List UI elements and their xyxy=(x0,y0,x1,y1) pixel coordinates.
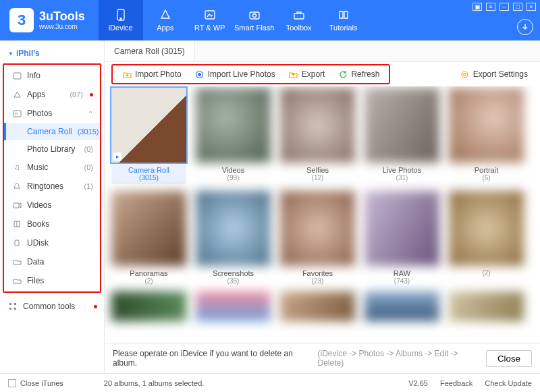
win-skin-icon[interactable]: ▣ xyxy=(473,3,482,11)
svg-rect-11 xyxy=(14,303,16,305)
sidebar-item-ringtones[interactable]: Ringtones (1) xyxy=(4,177,100,196)
sidebar-item-common-tools[interactable]: Common tools xyxy=(0,297,104,316)
tab-camera-roll[interactable]: Camera Roll (3015) xyxy=(105,40,195,61)
sidebar-highlight-box: Info Apps (87) Photos ⌃ Camera Roll (301… xyxy=(3,63,101,293)
download-button[interactable] xyxy=(517,19,533,35)
sidebar-item-photo-library[interactable]: Photo Library (0) xyxy=(4,140,100,158)
export-settings-button[interactable]: Export Settings xyxy=(455,67,533,81)
nav-rtwp[interactable]: RT & WP xyxy=(188,0,232,40)
album-item[interactable]: RAW(743) xyxy=(364,191,439,285)
close-itunes-checkbox[interactable] xyxy=(8,379,16,387)
album-thumbnail xyxy=(280,291,355,321)
svg-point-15 xyxy=(198,73,201,76)
nav-label: Apps xyxy=(157,24,173,32)
toolbox-icon xyxy=(293,9,305,21)
check-update-link[interactable]: Check Update xyxy=(485,379,532,387)
album-name: RAW xyxy=(394,269,410,277)
album-thumbnail xyxy=(449,191,524,266)
toolbar: Import Photo Import Live Photos Export R… xyxy=(105,62,540,86)
album-thumbnail xyxy=(196,191,271,266)
message-hint: (iDevice -> Photos -> Albums -> Edit -> … xyxy=(318,349,481,368)
close-message-button[interactable]: Close xyxy=(486,350,532,367)
nav-toolbox[interactable]: Toolbox xyxy=(277,0,321,40)
win-minimize-icon[interactable]: – xyxy=(500,3,509,11)
svg-point-4 xyxy=(252,14,256,18)
svg-rect-6 xyxy=(14,73,21,79)
album-item[interactable]: Favorites(23) xyxy=(280,191,355,285)
sidebar-item-books[interactable]: Books xyxy=(4,215,100,233)
wallpaper-icon xyxy=(204,9,216,21)
album-item[interactable]: Panoramas(2) xyxy=(111,191,186,285)
sidebar-item-files[interactable]: Files xyxy=(4,271,100,290)
sidebar-item-apps[interactable]: Apps (87) xyxy=(4,85,100,104)
album-thumbnail xyxy=(196,291,271,321)
sidebar-item-photos[interactable]: Photos ⌃ xyxy=(4,104,100,123)
album-item[interactable]: Screenshots(35) xyxy=(196,191,271,285)
win-menu-icon[interactable]: ≡ xyxy=(486,3,495,11)
album-grid[interactable]: ▸Camera Roll(3015)Videos(99)Selfies(12)L… xyxy=(105,86,540,343)
nav-idevice[interactable]: iDevice xyxy=(99,0,143,40)
book-side-icon xyxy=(12,219,22,229)
album-item[interactable] xyxy=(280,291,355,321)
sidebar-item-udisk[interactable]: UDisk xyxy=(4,233,100,252)
album-item[interactable]: (2) xyxy=(449,191,524,285)
sidebar-item-videos[interactable]: Videos xyxy=(4,196,100,215)
nav-label: Toolbox xyxy=(286,24,312,32)
brand-logo-icon: 3 xyxy=(9,8,34,32)
album-item[interactable]: Selfies(12) xyxy=(280,88,355,184)
camera-icon xyxy=(248,9,261,21)
svg-rect-9 xyxy=(15,240,19,246)
album-name: Panoramas xyxy=(130,269,167,277)
selection-status: 20 albums, 1 albums selected. xyxy=(104,379,205,387)
main-pane: Camera Roll (3015) Import Photo Import L… xyxy=(105,40,540,373)
import-photo-button[interactable]: Import Photo xyxy=(117,67,187,81)
album-count: (99) xyxy=(227,174,240,181)
album-item[interactable]: Videos(99) xyxy=(196,88,271,184)
nav-smartflash[interactable]: Smart Flash xyxy=(232,0,277,40)
album-count: (2) xyxy=(482,269,490,277)
album-count: (743) xyxy=(394,277,410,285)
import-live-button[interactable]: Import Live Photos xyxy=(190,67,281,81)
nav-label: RT & WP xyxy=(194,24,225,32)
album-name: Live Photos xyxy=(383,166,421,174)
brand-title: 3uTools xyxy=(39,10,85,24)
feedback-link[interactable]: Feedback xyxy=(440,379,473,387)
status-bar: Close iTunes 20 albums, 1 albums selecte… xyxy=(0,373,540,392)
album-item[interactable]: ▸Camera Roll(3015) xyxy=(111,88,186,184)
bell-icon xyxy=(12,181,22,191)
sidebar-item-music[interactable]: ♫ Music (0) xyxy=(4,158,100,177)
album-name: Camera Roll xyxy=(128,166,169,174)
device-name[interactable]: ▼ iPhil's xyxy=(0,45,104,62)
win-maximize-icon[interactable]: □ xyxy=(513,3,522,11)
svg-rect-5 xyxy=(294,13,304,19)
album-thumbnail xyxy=(111,191,186,266)
svg-rect-13 xyxy=(14,308,16,310)
sidebar-item-camera-roll[interactable]: Camera Roll (3015) xyxy=(4,123,100,140)
export-button[interactable]: Export xyxy=(284,67,331,81)
album-thumbnail xyxy=(364,191,439,266)
svg-point-17 xyxy=(464,73,466,76)
info-icon xyxy=(12,71,22,80)
apps-icon xyxy=(159,9,171,21)
photos-side-icon xyxy=(12,109,22,118)
sidebar-item-info[interactable]: Info xyxy=(4,66,100,85)
message-text: Please operate on iDevice if you want to… xyxy=(113,349,313,368)
album-count: (35) xyxy=(227,277,240,285)
album-name: Favorites xyxy=(302,269,333,277)
album-item[interactable] xyxy=(196,291,271,321)
album-item[interactable] xyxy=(111,291,186,321)
album-thumbnail xyxy=(111,291,186,321)
album-item[interactable] xyxy=(364,291,439,321)
chevron-down-icon: ▼ xyxy=(8,51,14,57)
svg-rect-10 xyxy=(9,303,11,305)
win-close-icon[interactable]: × xyxy=(526,3,536,11)
nav-tutorials[interactable]: Tutorials xyxy=(321,0,366,40)
album-item[interactable] xyxy=(449,291,524,321)
nav-apps[interactable]: Apps xyxy=(143,0,188,40)
album-name: Videos xyxy=(222,166,244,174)
album-item[interactable]: Portrait(6) xyxy=(449,88,524,184)
refresh-button[interactable]: Refresh xyxy=(333,67,385,81)
live-icon xyxy=(195,69,205,79)
album-item[interactable]: Live Photos(31) xyxy=(364,88,439,184)
sidebar-item-data[interactable]: Data xyxy=(4,252,100,271)
